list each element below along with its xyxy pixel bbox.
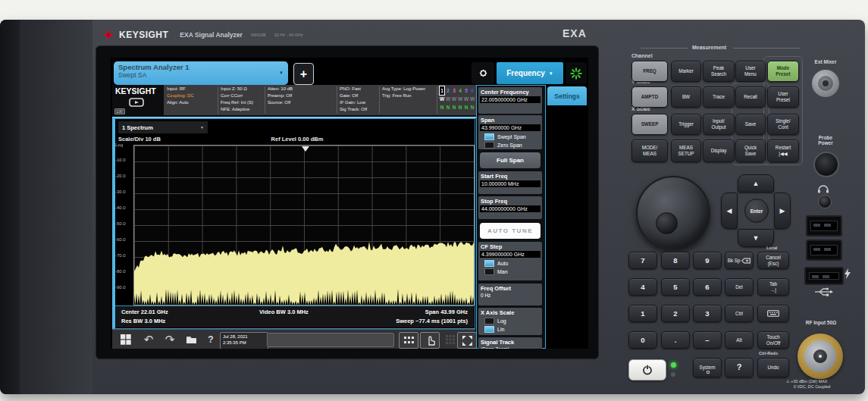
key-7[interactable]: 7 [628, 252, 657, 269]
menu-cf-step[interactable]: CF Step 4.399000000 GHz Auto Man [478, 242, 542, 280]
key-9[interactable]: 9 [693, 252, 722, 269]
key-amptd[interactable]: AMPTD [631, 86, 668, 108]
key-touch-on-off[interactable]: Touch On/Off [757, 331, 789, 349]
nav-up-button[interactable]: ▲ [738, 174, 774, 193]
key-5[interactable]: 5 [661, 278, 690, 296]
key-alt[interactable]: Alt [725, 331, 754, 349]
menu-signal-track[interactable]: Signal Track (Span Zoom) [478, 337, 542, 349]
measbar-col-input[interactable]: Input: RF Coupling: DC Align: Auto [167, 86, 194, 106]
key-help[interactable]: ? [725, 358, 754, 378]
key-ctrl[interactable]: Ctrl [725, 305, 754, 322]
menu-start-freq[interactable]: Start Freq 10.000000 MHz [478, 171, 542, 194]
trace-table[interactable]: 123456WWWWWWNNNNNN [440, 86, 475, 111]
key-restart[interactable]: Restart |◀◀ [767, 139, 799, 162]
menu-stop-freq[interactable]: Stop Freq 44.000000000 GHz [478, 196, 542, 219]
fullscreen-button[interactable] [457, 332, 477, 349]
key-recall[interactable]: Recall [735, 86, 766, 108]
tab-spectrum-analyzer[interactable]: Spectrum Analyzer 1 Swept SA ▼ [114, 61, 288, 85]
measbar-col-atten[interactable]: Atten: 10 dB Preamp: Off Source: Off [268, 86, 293, 106]
key-6[interactable]: 6 [693, 278, 722, 296]
key-del[interactable]: Del [725, 278, 754, 296]
headphone-jack[interactable] [818, 195, 832, 208]
enter-button[interactable]: Enter [744, 199, 769, 223]
status-message-field[interactable] [267, 333, 394, 347]
key-user-menu[interactable]: User Menu [735, 61, 766, 82]
spectrum-graticule[interactable] [133, 145, 475, 305]
key-display[interactable]: Display [703, 139, 735, 162]
tab-settings[interactable]: Settings [547, 86, 587, 105]
key-bw[interactable]: BW [671, 86, 701, 108]
full-span-button[interactable]: Full Span [480, 152, 541, 168]
key-backspace[interactable]: Bk Sp [725, 252, 754, 269]
undo-button[interactable]: ↶ [139, 332, 158, 347]
ext-mixer-connector[interactable] [812, 70, 839, 97]
usb-port-fast[interactable] [804, 267, 844, 285]
key-marker[interactable]: Marker [671, 61, 701, 82]
key-8[interactable]: 8 [661, 252, 690, 269]
key-meas-setup[interactable]: MEAS SETUP [671, 139, 701, 162]
probe-power-jack[interactable] [813, 152, 839, 177]
key-cancel-esc[interactable]: Cancel (Esc) [757, 252, 789, 269]
auto-tune-button[interactable]: AUTO TUNE [480, 223, 541, 239]
nav-left-button[interactable]: ◀ [721, 193, 738, 229]
usb-port[interactable] [806, 215, 842, 237]
key-tab[interactable]: Tab →| [757, 278, 789, 296]
option-zero-span[interactable]: Zero Span [478, 141, 542, 149]
datetime-display[interactable]: Jul 28, 2021 2:35:35 PM [220, 332, 268, 349]
measurement-menu-dropdown[interactable]: Frequency ▼ [497, 62, 563, 84]
nav-right-button[interactable]: ▶ [774, 193, 791, 229]
menu-center-frequency[interactable]: Center Frequency 22.005000000 GHz [478, 87, 542, 114]
power-button[interactable] [628, 359, 666, 381]
spectrum-window[interactable]: 1 Spectrum ▼ Scale/Div 10 dB Ref Level 0… [112, 118, 475, 329]
redo-button[interactable]: ↷ [161, 332, 179, 347]
y-axis-label: -90.0 [115, 285, 132, 290]
option-lin[interactable]: Lin [478, 325, 542, 334]
busy-indicator-button[interactable] [566, 62, 587, 84]
key-trigger[interactable]: Trigger [671, 114, 701, 135]
measbar-col-corrections[interactable]: Input Z: 50 Ω Corr CCorr Freq Ref: Int (… [221, 86, 253, 113]
measbar-col-avg[interactable]: Avg Type: Log-Power Trig: Free Run [382, 86, 425, 99]
key-decimal[interactable]: . [661, 331, 690, 349]
help-button[interactable]: ? [202, 332, 220, 347]
menu-freq-offset[interactable]: Freq Offset 0 Hz [478, 284, 542, 305]
key-user-preset[interactable]: User Preset [767, 86, 799, 108]
option-man[interactable]: Man [478, 268, 542, 276]
trace-selector-dropdown[interactable]: 1 Spectrum ▼ [118, 121, 208, 133]
usb-port[interactable] [806, 240, 842, 261]
key-save[interactable]: Save [735, 114, 766, 135]
key-trace[interactable]: Trace [703, 86, 735, 108]
key-single-cont[interactable]: Single/ Cont [767, 114, 799, 135]
rpg-knob[interactable] [636, 176, 710, 250]
chassis-header: KEYSIGHT EXA Signal Analyzer N9010B 10 H… [103, 27, 303, 42]
key-sweep[interactable]: SWEEP [631, 114, 668, 135]
key-mode-preset[interactable]: Mode Preset [767, 61, 799, 82]
option-swept-span[interactable]: Swept Span [478, 133, 542, 141]
menu-span[interactable]: Span 43.9900000 GHz Swept Span Zero Span [478, 115, 542, 149]
menu-x-axis-scale[interactable]: X Axis Scale Log Lin [478, 308, 542, 335]
nav-down-button[interactable]: ▼ [738, 229, 774, 247]
key-0[interactable]: 0 [628, 331, 657, 349]
file-explorer-button[interactable] [182, 332, 200, 347]
key-3[interactable]: 3 [693, 305, 722, 322]
touch-mode-button[interactable] [420, 332, 440, 349]
key-quick-save[interactable]: Quick Save [735, 139, 766, 162]
key-2[interactable]: 2 [661, 305, 690, 322]
key-freq[interactable]: FREQ [631, 61, 668, 82]
key-input-output[interactable]: Input/ Output [703, 114, 735, 135]
apps-grid-button[interactable] [399, 332, 418, 349]
key-4[interactable]: 4 [628, 278, 657, 296]
add-tab-button[interactable]: + [293, 63, 314, 85]
windows-start-button[interactable] [117, 332, 135, 347]
option-log[interactable]: Log [478, 317, 542, 325]
key-mode-meas[interactable]: MODE/ MEAS [631, 139, 668, 162]
key-1[interactable]: 1 [628, 305, 657, 322]
key-minus[interactable]: – [693, 331, 722, 349]
key-system[interactable]: System [693, 358, 722, 378]
system-settings-button[interactable] [472, 62, 494, 84]
option-auto[interactable]: Auto [478, 259, 542, 268]
measbar-col-pno[interactable]: PNO: Fast Gate: Off IF Gain: Low Sig Tra… [340, 86, 367, 113]
key-peak-search[interactable]: Peak Search [703, 61, 735, 82]
rf-input-connector[interactable] [797, 334, 843, 379]
key-onscreen-keyboard[interactable] [757, 305, 789, 322]
key-undo[interactable]: Undo [757, 358, 789, 378]
